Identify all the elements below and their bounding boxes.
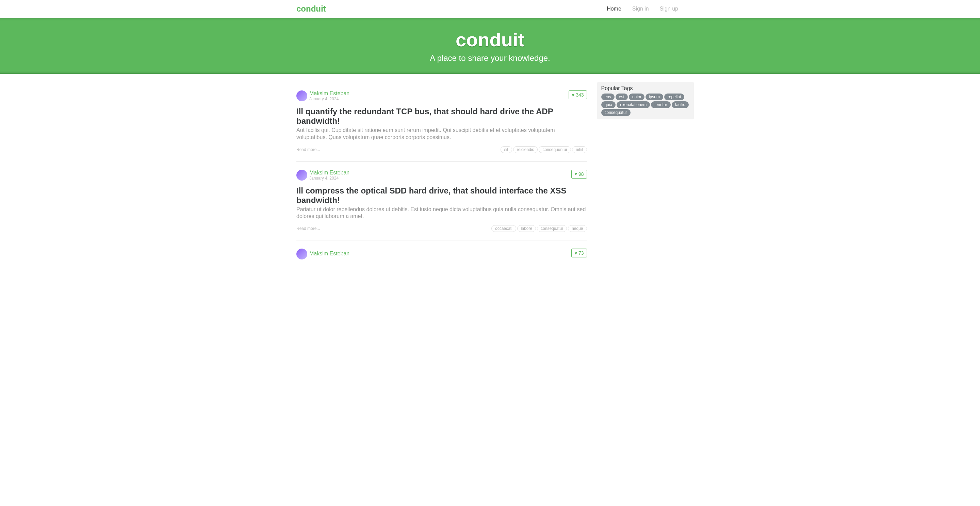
article-preview: Maksim Esteban January 4, 2024 ♥ 343 Ill… [296, 82, 587, 161]
read-more-link[interactable]: Read more... [296, 147, 320, 152]
tag[interactable]: reiciendis [513, 146, 538, 153]
article-meta: Maksim Esteban January 4, 2024 ♥ 343 [296, 90, 587, 102]
brand-logo[interactable]: conduit [296, 3, 326, 15]
article-preview: Maksim Esteban ♥ 73 [296, 240, 587, 273]
article-meta: Maksim Esteban January 4, 2024 ♥ 98 [296, 170, 587, 181]
like-count: 73 [579, 250, 584, 256]
avatar[interactable] [296, 249, 307, 259]
like-button[interactable]: ♥ 343 [569, 90, 587, 99]
banner-title: conduit [11, 29, 969, 53]
article-date: January 4, 2024 [309, 176, 350, 180]
tag[interactable]: consequatur [537, 225, 567, 232]
popular-tag[interactable]: exercitationem [617, 102, 650, 108]
author-link[interactable]: Maksim Esteban [309, 170, 350, 176]
heart-icon: ♥ [572, 92, 574, 98]
author-link[interactable]: Maksim Esteban [309, 251, 350, 256]
article-footer: Read more... occaecati labore consequatu… [296, 225, 587, 232]
navbar: conduit Home Sign in Sign up [291, 0, 689, 18]
article-description: Pariatur ut dolor repellendus dolores ut… [296, 206, 587, 220]
article-title[interactable]: Ill quantify the redundant TCP bus, that… [296, 107, 587, 126]
article-info: Maksim Esteban January 4, 2024 [309, 91, 350, 101]
author-link[interactable]: Maksim Esteban [309, 91, 350, 96]
article-date: January 4, 2024 [309, 97, 350, 101]
popular-tag[interactable]: ipsum [646, 94, 663, 100]
avatar[interactable] [296, 170, 307, 181]
popular-tags-list: eos est enim ipsum repellat quia exercit… [601, 94, 690, 116]
popular-tag[interactable]: tenetur [651, 102, 670, 108]
like-button[interactable]: ♥ 73 [571, 249, 587, 257]
tag[interactable]: nihil [572, 146, 587, 153]
nav-home[interactable]: Home [601, 3, 627, 14]
popular-tag[interactable]: est [616, 94, 628, 100]
main-container: Maksim Esteban January 4, 2024 ♥ 343 Ill… [291, 82, 689, 273]
read-more-link[interactable]: Read more... [296, 226, 320, 231]
like-button[interactable]: ♥ 98 [571, 170, 587, 179]
article-meta: Maksim Esteban ♥ 73 [296, 249, 587, 259]
heart-icon: ♥ [574, 171, 577, 176]
sidebar-column: Popular Tags eos est enim ipsum repellat… [597, 82, 694, 273]
banner: conduit A place to share your knowledge. [0, 18, 980, 74]
popular-tags-box: Popular Tags eos est enim ipsum repellat… [597, 82, 694, 119]
nav-links: Home Sign in Sign up [601, 3, 684, 14]
nav-signin[interactable]: Sign in [627, 3, 654, 14]
popular-tag[interactable]: repellat [664, 94, 684, 100]
like-count: 343 [576, 92, 584, 98]
tag[interactable]: labore [517, 225, 536, 232]
sidebar-title: Popular Tags [601, 86, 690, 92]
popular-tag[interactable]: eos [601, 94, 614, 100]
popular-tag[interactable]: enim [629, 94, 644, 100]
like-count: 98 [579, 171, 584, 177]
article-description: Aut facilis qui. Cupiditate sit ratione … [296, 127, 587, 141]
tag[interactable]: consequuntur [539, 146, 571, 153]
tag[interactable]: neque [568, 225, 587, 232]
article-tags: occaecati labore consequatur neque [492, 225, 587, 232]
popular-tag[interactable]: consequatur [601, 109, 630, 116]
article-tags: sit reiciendis consequuntur nihil [501, 146, 587, 153]
article-preview: Maksim Esteban January 4, 2024 ♥ 98 Ill … [296, 161, 587, 240]
article-info: Maksim Esteban January 4, 2024 [309, 170, 350, 180]
feed-column: Maksim Esteban January 4, 2024 ♥ 343 Ill… [296, 82, 587, 273]
banner-subtitle: A place to share your knowledge. [11, 53, 969, 63]
tag[interactable]: occaecati [492, 225, 516, 232]
article-title[interactable]: Ill compress the optical SDD hard drive,… [296, 186, 587, 205]
article-info: Maksim Esteban [309, 251, 350, 257]
article-footer: Read more... sit reiciendis consequuntur… [296, 146, 587, 153]
popular-tag[interactable]: facilis [672, 102, 689, 108]
avatar[interactable] [296, 90, 307, 102]
tag[interactable]: sit [501, 146, 512, 153]
heart-icon: ♥ [574, 251, 577, 256]
nav-signup[interactable]: Sign up [654, 3, 684, 14]
popular-tag[interactable]: quia [601, 102, 616, 108]
